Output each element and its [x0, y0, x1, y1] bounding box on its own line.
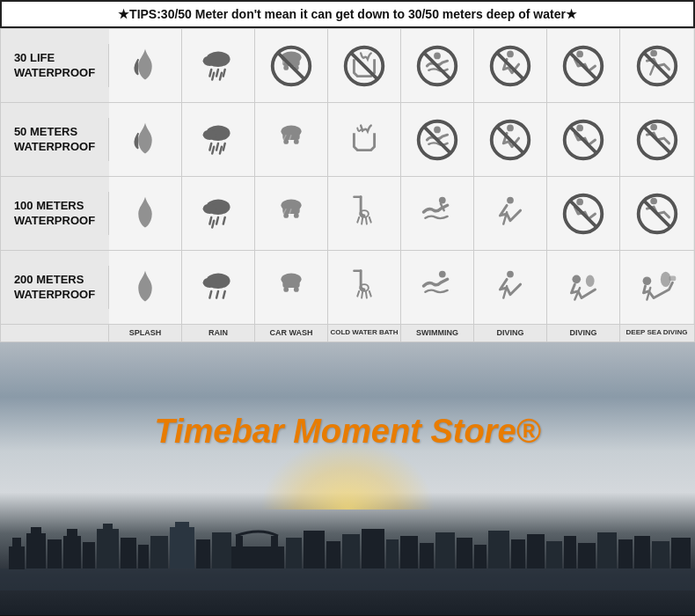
icon-50-diving: [474, 103, 547, 176]
svg-rect-121: [271, 536, 278, 548]
icon-100-diving2: [547, 177, 620, 250]
svg-point-62: [294, 213, 299, 218]
icon-30-rain: [182, 29, 255, 102]
svg-rect-109: [83, 542, 95, 568]
svg-line-31: [216, 143, 218, 150]
icon-200-swimming: [401, 251, 474, 324]
store-banner: Timebar Moment Store®: [0, 342, 695, 615]
svg-line-90: [362, 291, 362, 297]
svg-rect-117: [196, 539, 210, 568]
tip-text: ★TIPS:30/50 Meter don't mean it can get …: [118, 7, 577, 21]
svg-point-45: [507, 124, 514, 131]
svg-point-72: [507, 196, 514, 203]
svg-point-38: [294, 139, 299, 144]
svg-rect-119: [231, 546, 284, 568]
svg-line-81: [209, 290, 211, 297]
svg-point-23: [576, 50, 583, 57]
svg-rect-140: [618, 539, 633, 568]
svg-rect-113: [138, 545, 149, 568]
col-label-coldwaterbath: COLD WATER BATH: [328, 325, 401, 341]
chart-row-100: 100 METERSWATERPROOF: [1, 177, 694, 251]
col-label-carwash: CAR WASH: [255, 325, 328, 341]
icon-100-diving: [474, 177, 547, 250]
icon-100-coldwaterbath: [328, 177, 401, 250]
svg-rect-120: [236, 536, 243, 548]
svg-line-49: [570, 126, 597, 153]
svg-rect-141: [634, 536, 650, 568]
svg-rect-85: [282, 279, 299, 288]
svg-line-67: [362, 217, 362, 224]
svg-rect-142: [652, 541, 669, 568]
city-silhouette: [0, 520, 695, 590]
icon-200-diving2: [547, 251, 620, 324]
svg-line-30: [209, 143, 211, 150]
icon-30-diving2: [547, 29, 620, 102]
waterproof-chart: 30 LIFEWATERPROOF: [0, 28, 695, 342]
icon-100-rain: [182, 177, 255, 250]
icon-100-deepseadiving: [620, 177, 693, 250]
svg-point-1: [203, 55, 216, 66]
svg-line-68: [366, 217, 367, 224]
icon-30-deepseadiving: [620, 29, 693, 102]
svg-rect-107: [63, 536, 81, 568]
svg-point-71: [439, 196, 446, 203]
svg-rect-106: [48, 539, 62, 568]
svg-point-48: [576, 124, 583, 131]
icon-50-coldwaterbath: [328, 103, 401, 176]
svg-rect-131: [457, 538, 472, 568]
svg-rect-124: [326, 541, 340, 568]
svg-rect-122: [286, 538, 302, 568]
svg-line-69: [369, 216, 371, 222]
tip-banner: ★TIPS:30/50 Meter don't mean it can get …: [0, 0, 695, 28]
svg-line-66: [357, 216, 359, 222]
svg-line-34: [220, 146, 222, 153]
svg-rect-111: [103, 524, 113, 531]
svg-line-3: [216, 69, 218, 76]
icon-50-carwash: [255, 103, 328, 176]
icon-200-deepseadiving: [620, 251, 693, 324]
svg-rect-104: [26, 533, 46, 568]
svg-rect-133: [488, 531, 509, 568]
svg-point-87: [294, 287, 299, 292]
svg-rect-139: [597, 532, 617, 568]
row-label-100: 100 METERSWATERPROOF: [1, 192, 109, 236]
svg-point-17: [434, 52, 441, 59]
svg-rect-132: [474, 545, 486, 568]
svg-point-94: [439, 270, 446, 277]
svg-rect-138: [578, 543, 596, 568]
icon-200-carwash: [255, 251, 328, 324]
svg-point-29: [203, 129, 216, 140]
icon-50-rain: [182, 103, 255, 176]
svg-line-24: [570, 52, 597, 79]
icon-200-diving: [474, 251, 547, 324]
col-label-swimming: SWIMMING: [401, 325, 474, 341]
column-labels: SPLASH RAIN CAR WASH COLD WATER BATH SWI…: [1, 325, 694, 341]
svg-rect-115: [170, 527, 194, 568]
svg-rect-125: [342, 534, 360, 568]
svg-point-74: [576, 198, 583, 205]
svg-rect-128: [400, 536, 418, 568]
col-label-rain: RAIN: [182, 325, 255, 341]
icon-200-coldwaterbath: [328, 251, 401, 324]
col-label-deepseadiving: DEEP SEA DIVING: [620, 325, 693, 341]
svg-point-80: [203, 277, 216, 288]
col-label-diving2: DIVING: [547, 325, 620, 341]
svg-line-91: [366, 291, 367, 297]
svg-line-82: [216, 290, 218, 297]
svg-point-61: [283, 213, 289, 218]
svg-rect-123: [304, 531, 325, 568]
icon-200-splash: [109, 251, 182, 324]
icon-100-swimming: [401, 177, 474, 250]
svg-rect-105: [31, 527, 41, 536]
svg-line-5: [212, 72, 214, 79]
svg-rect-135: [527, 534, 545, 568]
svg-line-75: [570, 200, 597, 227]
row-label-30: 30 LIFEWATERPROOF: [1, 44, 109, 88]
svg-point-77: [650, 197, 657, 204]
svg-point-37: [283, 139, 289, 144]
svg-rect-130: [435, 532, 455, 568]
chart-row-200: 200 METERSWATERPROOF: [1, 251, 694, 325]
icon-30-coldwaterbath: [328, 29, 401, 102]
svg-line-83: [223, 290, 225, 297]
svg-line-57: [223, 216, 225, 224]
